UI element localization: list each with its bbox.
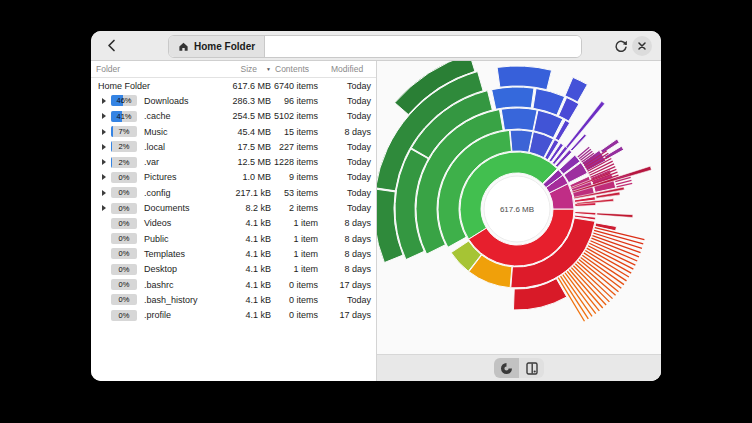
table-row[interactable]: 0% .profile4.1 kB0 items17 days bbox=[91, 307, 376, 322]
folder-size: 217.1 kB bbox=[208, 188, 271, 198]
breadcrumb[interactable]: Home Folder bbox=[169, 36, 265, 57]
folder-modified: Today bbox=[318, 96, 371, 106]
chart-arc-segment[interactable] bbox=[575, 212, 596, 216]
table-row[interactable]: 2% .local17.5 MB227 itemsToday bbox=[91, 139, 376, 154]
folder-contents: 6740 items bbox=[271, 81, 318, 91]
expander-cell[interactable] bbox=[96, 129, 111, 135]
folder-name[interactable]: .profile bbox=[139, 310, 208, 320]
folder-modified: Today bbox=[318, 142, 371, 152]
percent-cell: 46% bbox=[111, 95, 139, 106]
folder-name[interactable]: Music bbox=[139, 127, 208, 137]
folder-size: 4.1 kB bbox=[208, 218, 271, 228]
table-row[interactable]: 0% .bash_history4.1 kB0 itemsToday bbox=[91, 292, 376, 307]
folder-name[interactable]: Downloads bbox=[139, 96, 208, 106]
folder-modified: Today bbox=[318, 81, 371, 91]
column-header-contents[interactable]: Contents bbox=[271, 64, 318, 74]
expander-icon[interactable] bbox=[102, 129, 106, 135]
percent-bar: 0% bbox=[111, 264, 137, 275]
column-header-folder[interactable]: Folder bbox=[96, 64, 208, 74]
table-row[interactable]: 46% Downloads286.3 MB96 itemsToday bbox=[91, 93, 376, 108]
folder-name[interactable]: .bash_history bbox=[139, 295, 208, 305]
chart-center-label: 617.6 MB bbox=[500, 205, 534, 214]
expander-cell[interactable] bbox=[96, 205, 111, 211]
table-row[interactable]: 41% .cache254.5 MB5102 itemsToday bbox=[91, 109, 376, 124]
column-header-modified[interactable]: Modified bbox=[318, 64, 371, 74]
folder-name[interactable]: .local bbox=[139, 142, 208, 152]
folder-modified: Today bbox=[318, 295, 371, 305]
chart-arc-segment[interactable] bbox=[510, 130, 533, 152]
chart-fan-line[interactable] bbox=[593, 233, 642, 248]
expander-icon[interactable] bbox=[102, 174, 106, 180]
folder-contents: 0 items bbox=[271, 280, 318, 290]
close-button[interactable] bbox=[632, 36, 652, 56]
folder-name[interactable]: .cache bbox=[139, 111, 208, 121]
folder-name[interactable]: Desktop bbox=[139, 264, 208, 274]
treemap-chart-button[interactable] bbox=[519, 358, 544, 378]
rings-chart-button[interactable] bbox=[494, 358, 519, 378]
expander-icon[interactable] bbox=[102, 190, 106, 196]
table-row[interactable]: 0% Videos4.1 kB1 item8 days bbox=[91, 216, 376, 231]
folder-size: 8.2 kB bbox=[208, 203, 271, 213]
table-row[interactable]: 2% .var12.5 MB1228 itemsToday bbox=[91, 154, 376, 169]
folder-name[interactable]: Documents bbox=[139, 203, 208, 213]
folder-size: 254.5 MB bbox=[208, 111, 271, 121]
expander-cell[interactable] bbox=[96, 113, 111, 119]
percent-bar: 7% bbox=[111, 126, 137, 137]
folder-modified: 8 days bbox=[318, 264, 371, 274]
folder-name[interactable]: .var bbox=[139, 157, 208, 167]
table-row[interactable]: 0% Pictures1.0 MB9 itemsToday bbox=[91, 170, 376, 185]
table-row[interactable]: 0% Desktop4.1 kB1 item8 days bbox=[91, 262, 376, 277]
chart-arc-segment[interactable] bbox=[497, 66, 551, 90]
expander-cell[interactable] bbox=[96, 174, 111, 180]
percent-bar: 41% bbox=[111, 111, 137, 122]
table-row[interactable]: 7% Music45.4 MB15 items8 days bbox=[91, 124, 376, 139]
percent-cell: 0% bbox=[111, 233, 139, 244]
expander-cell[interactable] bbox=[96, 190, 111, 196]
chart-arc-segment[interactable] bbox=[492, 87, 534, 109]
table-row[interactable]: 0% Public4.1 kB1 item8 days bbox=[91, 231, 376, 246]
percent-cell: 0% bbox=[111, 187, 139, 198]
expander-icon[interactable] bbox=[102, 159, 106, 165]
table-row[interactable]: 0% Templates4.1 kB1 item8 days bbox=[91, 246, 376, 261]
location-bar[interactable]: Home Folder bbox=[168, 35, 582, 58]
folder-name[interactable]: .config bbox=[139, 188, 208, 198]
column-header-size[interactable]: Size ▼ bbox=[208, 64, 271, 74]
home-icon bbox=[178, 41, 189, 52]
percent-cell: 41% bbox=[111, 111, 139, 122]
percent-cell: 2% bbox=[111, 157, 139, 168]
folder-name[interactable]: Public bbox=[139, 234, 208, 244]
percent-cell: 0% bbox=[111, 310, 139, 321]
table-row[interactable]: 0% .bashrc4.1 kB0 items17 days bbox=[91, 277, 376, 292]
expander-cell[interactable] bbox=[96, 159, 111, 165]
expander-icon[interactable] bbox=[102, 205, 106, 211]
folder-name[interactable]: Home Folder bbox=[96, 81, 208, 91]
expander-icon[interactable] bbox=[102, 144, 106, 150]
percent-cell: 0% bbox=[111, 203, 139, 214]
percent-bar: 0% bbox=[111, 218, 137, 229]
folder-modified: Today bbox=[318, 157, 371, 167]
expander-cell[interactable] bbox=[96, 98, 111, 104]
chart-arc-segment[interactable] bbox=[501, 108, 537, 131]
folder-size: 12.5 MB bbox=[208, 157, 271, 167]
table-row[interactable]: 0% .config217.1 kB53 itemsToday bbox=[91, 185, 376, 200]
percent-bar: 46% bbox=[111, 95, 137, 106]
location-entry[interactable] bbox=[265, 36, 581, 57]
back-button[interactable] bbox=[99, 34, 123, 57]
folder-name[interactable]: Videos bbox=[139, 218, 208, 228]
table-row[interactable]: Home Folder617.6 MB6740 itemsToday bbox=[91, 78, 376, 93]
folder-contents: 0 items bbox=[271, 310, 318, 320]
refresh-button[interactable] bbox=[609, 34, 633, 57]
folder-size: 617.6 MB bbox=[208, 81, 271, 91]
folder-modified: 8 days bbox=[318, 218, 371, 228]
chart-arc-segment[interactable] bbox=[571, 134, 587, 151]
percent-cell: 7% bbox=[111, 126, 139, 137]
table-row[interactable]: 0% Documents8.2 kB2 itemsToday bbox=[91, 200, 376, 215]
folder-name[interactable]: Pictures bbox=[139, 172, 208, 182]
expander-cell[interactable] bbox=[96, 144, 111, 150]
rings-chart[interactable]: 617.6 MB bbox=[377, 61, 661, 355]
folder-name[interactable]: Templates bbox=[139, 249, 208, 259]
expander-icon[interactable] bbox=[102, 98, 106, 104]
chart-spike-segment[interactable] bbox=[597, 213, 633, 218]
folder-name[interactable]: .bashrc bbox=[139, 280, 208, 290]
expander-icon[interactable] bbox=[102, 113, 106, 119]
